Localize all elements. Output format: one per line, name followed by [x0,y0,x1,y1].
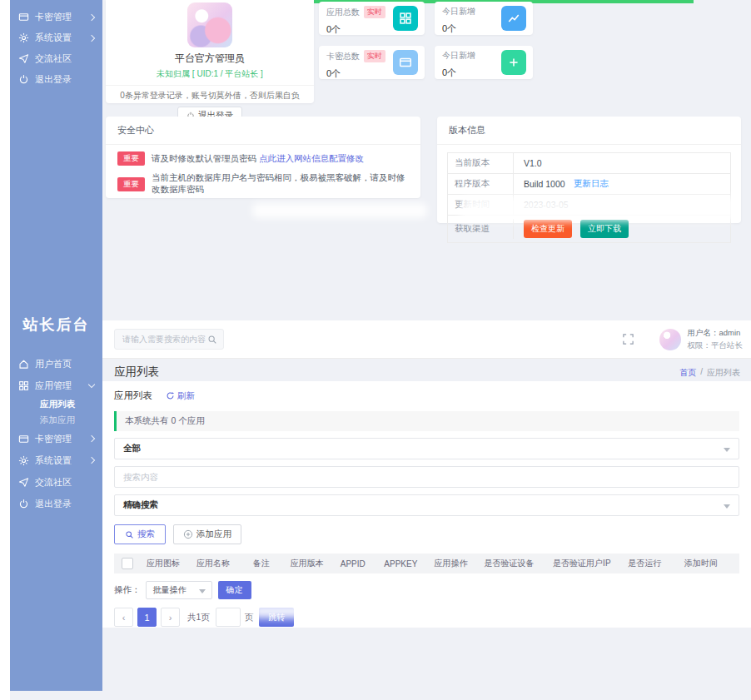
precise-search-select[interactable]: 精确搜索 [114,494,739,516]
prev-page-button[interactable]: ‹ [114,608,133,627]
sidebar-item-card-mgmt[interactable]: 卡密管理 [10,7,102,27]
next-page-button[interactable]: › [161,608,180,627]
sidebar-subitem-add-app[interactable]: 添加应用 [10,412,102,428]
tab-app-list[interactable]: 应用列表 [114,390,152,402]
blur-watermark [566,595,724,618]
avatar [187,2,232,47]
header-right: 用户名：admin 权限：平台站长 [622,320,744,358]
chevron-down-icon [199,589,206,593]
sidebar-item-logout[interactable]: 退出登录 [10,69,102,90]
plus-icon [501,50,526,75]
check-update-button[interactable]: 检查更新 [524,220,572,238]
sidebar-item-logout[interactable]: 退出登录 [10,493,102,514]
card-title: 版本信息 [437,117,741,145]
breadcrumb-separator: / [700,367,703,379]
column-header: 是否验证用户IP [551,558,626,569]
panel-tab-row: 应用列表 刷新 [114,390,739,402]
filter-all-select[interactable]: 全部 [114,438,739,459]
power-icon [18,74,29,85]
select-all-checkbox[interactable] [122,558,133,569]
chevron-right-icon [88,34,95,41]
grid-icon [393,6,418,31]
user-meta: 用户名：admin 权限：平台站长 [688,327,744,351]
breadcrumb: 首页 / 应用列表 [679,367,740,379]
bulk-action-select[interactable]: 批量操作 [146,581,212,599]
username-text: 用户名：admin [688,327,744,340]
sidebar-menu-bottom: 用户首页 应用管理 应用列表 添加应用 卡密管理 系统设置 交流社区 [10,353,102,514]
confirm-button[interactable]: 确定 [218,581,251,599]
row-value: V1.0 [514,154,552,172]
sidebar-item-app-mgmt[interactable]: 应用管理 [10,375,102,396]
download-button[interactable]: 立即下载 [580,220,629,238]
column-header: 添加时间 [683,558,739,569]
config-link[interactable]: 点此进入网站信息配置修改 [259,153,364,165]
action-buttons: 搜索 添加应用 [114,524,739,544]
left-gutter [0,0,10,700]
refresh-icon [166,391,175,400]
current-page-button[interactable]: 1 [137,608,157,627]
security-center-card: 安全中心 重要 请及时修改默认管理员密码 点此进入网站信息配置修改 重要 当前主… [106,117,420,198]
chevron-right-icon [88,13,95,20]
search-button[interactable]: 搜索 [114,524,166,544]
avatar[interactable] [659,329,681,350]
blur-watermark [252,203,427,218]
chevron-down-icon [88,380,95,387]
stat-card-apps-total: 应用总数实时 0个 [319,2,425,35]
row-label: 程序版本 [448,174,514,194]
screen: 卡密管理 系统设置 交流社区 退出登录 站长后台 用户首页 [0,0,751,700]
important-badge: 重要 [117,177,145,191]
fullscreen-icon[interactable] [622,333,634,345]
sidebar-item-label: 退出登录 [35,498,72,510]
sidebar-item-community[interactable]: 交流社区 [10,48,102,69]
column-header: 是否验证设备 [483,558,552,569]
blur-watermark [252,603,473,618]
sidebar-item-label: 卡密管理 [35,11,72,23]
page-title-row: 应用列表 首页 / 应用列表 [102,358,751,381]
add-app-button[interactable]: 添加应用 [173,524,241,544]
sidebar-item-label: 退出登录 [35,73,72,86]
card-icon [393,50,418,75]
changelog-link[interactable]: 更新日志 [574,178,609,190]
card-icon [18,434,29,444]
refresh-link[interactable]: 刷新 [166,390,195,402]
search-icon[interactable] [207,335,217,345]
search-input[interactable] [121,334,207,345]
status-badge: 实时 [364,50,385,62]
sidebar-subitem-app-list[interactable]: 应用列表 [10,396,102,412]
trend-icon [501,6,526,31]
gear-icon [18,455,29,466]
sidebar-item-system-settings[interactable]: 系统设置 [10,449,102,471]
breadcrumb-home[interactable]: 首页 [679,367,696,379]
profile-identity[interactable]: 未知归属 [ UID:1 / 平台站长 ] [106,68,314,80]
send-icon [18,477,29,488]
security-notice: 重要 请及时修改默认管理员密码 点此进入网站信息配置修改 [117,151,409,166]
notice-text: 请及时修改默认管理员密码 [152,153,256,165]
grid-icon [18,380,29,391]
sidebar-item-user-home[interactable]: 用户首页 [10,353,102,375]
breadcrumb-current: 应用列表 [707,367,740,379]
sidebar: 卡密管理 系统设置 交流社区 退出登录 站长后台 用户首页 [10,0,102,691]
sidebar-item-card-mgmt[interactable]: 卡密管理 [10,428,102,449]
gear-icon [18,32,29,43]
chevron-down-icon [724,448,730,452]
row-label: 当前版本 [448,153,514,173]
column-header: 应用版本 [289,558,339,569]
chevron-right-icon [88,435,95,442]
sidebar-item-system-settings[interactable]: 系统设置 [10,27,102,48]
page-title: 应用列表 [114,365,159,380]
column-header: 是否运行 [626,558,683,569]
page-jump-input[interactable] [216,608,241,627]
sidebar-item-label: 卡密管理 [35,433,72,445]
divider [106,85,314,86]
chevron-right-icon [88,457,95,464]
search-content-input[interactable] [115,472,739,482]
sidebar-item-label: 系统设置 [35,32,72,44]
global-search-box [114,329,224,350]
stat-label: 今日新增 [442,6,475,17]
row-value: Build 1000 [524,179,565,189]
status-badge: 实时 [364,6,385,18]
sidebar-item-community[interactable]: 交流社区 [10,471,102,493]
column-header: 应用操作 [432,558,482,569]
count-notice: 本系统共有 0 个应用 [114,411,739,431]
sidebar-menu-top: 卡密管理 系统设置 交流社区 退出登录 [10,7,102,90]
